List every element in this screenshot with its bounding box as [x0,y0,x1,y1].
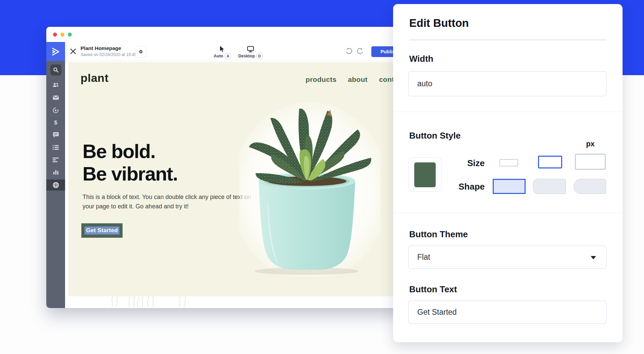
button-style-label: Button Style [409,131,461,141]
mode-auto-label: Auto [214,54,223,58]
window-zoom-dot[interactable] [68,33,72,37]
sidebar-item-reports[interactable] [46,167,65,176]
page-title: Plant Homepage [80,45,137,51]
site-logo[interactable]: plant [80,71,109,85]
redo-icon [357,47,364,55]
shape-option-square-selected[interactable] [493,179,526,194]
redo-button[interactable] [356,47,365,56]
mode-desktop[interactable]: Desktop D [238,44,262,59]
saved-status: Saved on 02/24/2020 at 15:45 [80,52,137,57]
panel-title: Edit Button [409,17,469,30]
undo-button[interactable] [344,47,353,56]
size-label: Size [443,158,485,168]
button-theme-value: Flat [417,253,430,262]
desktop-icon [247,46,254,52]
sidebar-item-campaigns[interactable] [46,93,65,102]
forms-icon [53,157,59,162]
sidebar-item-automations[interactable] [46,106,65,115]
page-title-block: Plant Homepage Saved on 02/24/2020 at 15… [80,45,137,57]
app-sidebar: $ [46,42,65,308]
get-started-button[interactable]: Get Started [81,223,123,238]
panel-title-rule [409,40,606,40]
get-started-label: Get Started [85,226,120,235]
button-color-swatch[interactable] [408,157,441,192]
swatch-color [414,162,436,187]
hero-heading-line1: Be bold. [83,140,155,162]
sidebar-item-contacts[interactable] [46,81,65,89]
section-divider [393,213,623,213]
mode-desktop-shortcut: D [257,53,263,59]
svg-text:$: $ [54,119,57,126]
button-theme-label: Button Theme [409,229,468,240]
chevron-down-icon [591,256,596,259]
screen: $ [0,0,644,354]
close-icon [70,48,76,55]
sidebar-item-site[interactable] [46,180,65,191]
width-input[interactable]: auto [408,71,606,96]
button-text-label: Button Text [409,284,457,295]
mail-icon [53,95,59,100]
hero-heading[interactable]: Be bold. Be vibrant. [83,140,177,185]
px-label: px [575,140,606,148]
undo-icon [345,47,353,55]
shape-option-rounded[interactable] [533,179,566,194]
nav-link-products[interactable]: products [306,75,336,84]
footer-sketch-roots [109,296,256,307]
size-option-small[interactable] [499,159,518,166]
window-close-dot[interactable] [53,33,57,37]
size-option-medium-selected[interactable] [538,156,562,168]
width-label: Width [409,54,433,64]
list-icon [53,145,59,150]
button-theme-select[interactable]: Flat [408,246,606,269]
activecampaign-logo[interactable] [46,42,65,61]
sidebar-item-forms[interactable] [46,155,65,164]
cursor-icon [220,46,225,52]
contacts-icon [52,82,59,88]
automation-icon [53,107,59,113]
gear-icon [138,49,144,55]
edit-button-panel: Edit Button Width auto Button Style Size… [393,4,623,342]
mode-auto[interactable]: Auto A [214,44,231,59]
size-option-custom-px[interactable] [575,154,606,170]
sidebar-item-deals[interactable]: $ [46,118,65,127]
bar-chart-icon [53,169,59,174]
sidebar-item-lists[interactable] [46,143,65,152]
nav-link-about[interactable]: about [348,75,368,84]
chat-icon [53,132,59,138]
site-nav: products about contact [306,75,405,84]
shape-option-pill[interactable] [574,179,606,194]
globe-icon [53,182,59,188]
button-text-value: Get Started [417,308,457,317]
sidebar-item-conversations[interactable] [46,131,65,139]
editor-mode-controls: Auto A [214,44,263,59]
button-text-input[interactable]: Get Started [408,301,606,324]
close-editor-button[interactable] [69,48,77,56]
section-divider [393,112,623,112]
sidebar-item-search[interactable] [50,64,61,75]
shape-label: Shape [443,182,485,192]
brand-chevron-icon [51,48,60,56]
mode-auto-shortcut: A [225,53,231,59]
hero-body-text[interactable]: This is a block of text. You can double … [83,192,259,211]
hero-heading-line2: Be vibrant. [83,163,177,185]
search-icon [53,67,59,73]
dollar-icon: $ [54,119,58,126]
mode-desktop-label: Desktop [238,54,255,58]
window-minimize-dot[interactable] [60,33,64,37]
page-settings-button[interactable] [135,46,147,57]
width-input-value: auto [417,79,432,88]
plant-photo [239,97,380,277]
